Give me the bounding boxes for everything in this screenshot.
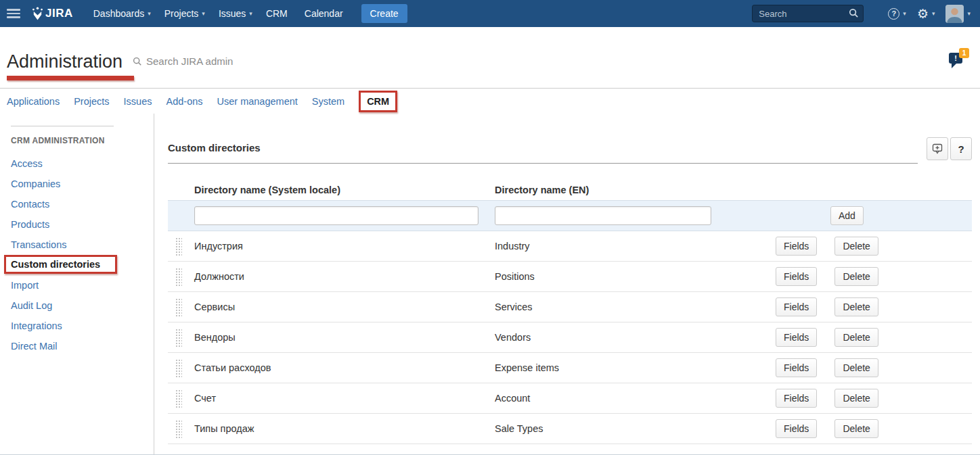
navbar-menu-item[interactable]: Projects ▾ bbox=[158, 0, 212, 27]
notifications-button[interactable]: ! 1 bbox=[949, 53, 965, 68]
help-menu[interactable]: ? ▾ bbox=[888, 8, 906, 20]
admin-tab-label: Applications bbox=[7, 96, 60, 107]
admin-tab-label: Issues bbox=[124, 96, 152, 107]
sidebar-item[interactable]: Custom directories bbox=[11, 255, 154, 275]
hamburger-menu-icon[interactable] bbox=[7, 9, 20, 18]
drag-handle-icon[interactable] bbox=[175, 329, 182, 347]
sidebar-item[interactable]: Access bbox=[11, 153, 154, 174]
sidebar-item-label: Audit Log bbox=[11, 300, 52, 311]
navbar-search bbox=[752, 5, 864, 22]
drag-handle-icon[interactable] bbox=[175, 389, 182, 408]
search-icon[interactable] bbox=[849, 8, 859, 18]
delete-button[interactable]: Delete bbox=[834, 297, 878, 316]
delete-button[interactable]: Delete bbox=[834, 328, 878, 347]
admin-tab[interactable]: Add-ons bbox=[166, 96, 203, 107]
sidebar-item[interactable]: Contacts bbox=[11, 194, 154, 214]
fields-button[interactable]: Fields bbox=[776, 419, 817, 438]
sidebar-item-label: Transactions bbox=[11, 239, 66, 250]
sidebar-item[interactable]: Companies bbox=[11, 174, 154, 194]
navbar-menu-item[interactable]: CRM bbox=[259, 0, 298, 27]
fields-button[interactable]: Fields bbox=[776, 389, 817, 408]
admin-tab-label: User management bbox=[217, 96, 298, 107]
admin-tab[interactable]: System bbox=[312, 96, 344, 107]
sidebar-separator bbox=[11, 126, 114, 126]
chevron-down-icon: ▾ bbox=[932, 10, 935, 17]
directory-name-locale: Вендоры bbox=[194, 332, 495, 343]
table-header-row: Directory name (System locale) Directory… bbox=[168, 180, 972, 200]
drag-handle-icon[interactable] bbox=[175, 420, 182, 438]
sidebar-item[interactable]: Direct Mail bbox=[11, 336, 154, 356]
sidebar-item-label: Integrations bbox=[11, 320, 62, 331]
sidebar-item-label: Access bbox=[11, 158, 43, 169]
delete-button[interactable]: Delete bbox=[834, 267, 878, 286]
navbar-menu-item-label: Projects bbox=[164, 8, 199, 19]
fields-button[interactable]: Fields bbox=[776, 358, 817, 377]
directory-name-locale: Счет bbox=[194, 393, 495, 404]
chevron-down-icon: ▾ bbox=[202, 10, 205, 17]
directory-row: Типы продаж Sale Types Fields Delete bbox=[168, 414, 972, 444]
sidebar-item[interactable]: Import bbox=[11, 275, 154, 295]
jira-logo-icon bbox=[31, 7, 44, 21]
help-button[interactable]: ? bbox=[950, 137, 972, 160]
navbar-menu-item-label: Issues bbox=[219, 8, 246, 19]
jira-admin-page: JIRA Dashboards ▾ Projects ▾ Issues ▾ bbox=[0, 0, 980, 455]
admin-tab[interactable]: User management bbox=[217, 96, 298, 107]
user-profile-menu[interactable]: ▾ bbox=[945, 5, 971, 23]
directory-row: Статьи расходов Expense items Fields Del… bbox=[168, 353, 972, 383]
directories-table-body: Индустрия Industry Fields Delete Должнос… bbox=[168, 231, 972, 444]
sidebar-item[interactable]: Audit Log bbox=[11, 295, 154, 316]
admin-tab-label: Projects bbox=[74, 96, 109, 107]
sidebar-item-label: Companies bbox=[11, 178, 60, 189]
delete-button[interactable]: Delete bbox=[834, 419, 878, 438]
create-button[interactable]: Create bbox=[361, 4, 407, 23]
directory-name-en: Expense items bbox=[495, 362, 776, 373]
directory-name-locale: Типы продаж bbox=[194, 423, 495, 434]
add-button[interactable]: Add bbox=[830, 206, 864, 225]
admin-settings-menu[interactable]: ⚙ ▾ bbox=[917, 7, 935, 20]
new-directory-en-input[interactable] bbox=[495, 206, 711, 225]
panel-toolbar: ? bbox=[925, 137, 972, 160]
jira-logo[interactable]: JIRA bbox=[31, 7, 73, 21]
fields-button[interactable]: Fields bbox=[776, 267, 817, 286]
drag-handle-icon[interactable] bbox=[175, 359, 182, 377]
admin-tab[interactable]: CRM bbox=[359, 91, 397, 112]
admin-tab[interactable]: Projects bbox=[74, 96, 109, 107]
drag-handle-icon[interactable] bbox=[175, 298, 182, 316]
directory-row: Сервисы Services Fields Delete bbox=[168, 292, 972, 322]
directory-name-locale: Индустрия bbox=[194, 241, 495, 252]
admin-search bbox=[133, 55, 295, 67]
navbar-menu-item[interactable]: Dashboards ▾ bbox=[87, 0, 158, 27]
content-area: CRM ADMINISTRATION Access Companies Cont… bbox=[0, 114, 980, 454]
directory-name-locale: Должности bbox=[194, 271, 495, 282]
new-directory-locale-input[interactable] bbox=[194, 206, 478, 225]
navbar-menu-item[interactable]: Issues ▾ bbox=[212, 0, 259, 27]
admin-search-input[interactable] bbox=[146, 55, 295, 67]
sidebar-item[interactable]: Products bbox=[11, 214, 154, 235]
sidebar-item-label: Contacts bbox=[11, 199, 49, 210]
drag-handle-icon[interactable] bbox=[175, 237, 182, 256]
navbar-search-input[interactable] bbox=[752, 5, 864, 22]
directory-name-en: Sale Types bbox=[495, 423, 776, 434]
panel-title: Custom directories bbox=[168, 142, 261, 153]
directory-row: Вендоры Vendors Fields Delete bbox=[168, 322, 972, 353]
admin-tab[interactable]: Issues bbox=[124, 96, 152, 107]
navbar-menu-item[interactable]: Calendar bbox=[298, 0, 353, 27]
admin-tab[interactable]: Applications bbox=[7, 96, 60, 107]
navbar-menu-item-label: Dashboards bbox=[93, 8, 145, 19]
feedback-button[interactable] bbox=[927, 137, 948, 160]
delete-button[interactable]: Delete bbox=[834, 358, 878, 377]
admin-tab-bar: Applications Projects Issues Add-ons Use… bbox=[0, 89, 980, 114]
drag-handle-icon[interactable] bbox=[175, 268, 182, 286]
directory-row: Индустрия Industry Fields Delete bbox=[168, 231, 972, 262]
delete-button[interactable]: Delete bbox=[834, 389, 878, 408]
delete-button[interactable]: Delete bbox=[834, 237, 878, 256]
fields-button[interactable]: Fields bbox=[776, 297, 817, 316]
sidebar-item-label: Products bbox=[11, 219, 49, 230]
directory-name-locale: Сервисы bbox=[194, 302, 495, 312]
fields-button[interactable]: Fields bbox=[776, 237, 817, 256]
fields-button[interactable]: Fields bbox=[776, 328, 817, 347]
sidebar-item[interactable]: Integrations bbox=[11, 316, 154, 336]
sidebar-item[interactable]: Transactions bbox=[11, 235, 154, 255]
help-icon: ? bbox=[888, 8, 899, 20]
column-header-en: Directory name (EN) bbox=[495, 185, 776, 195]
